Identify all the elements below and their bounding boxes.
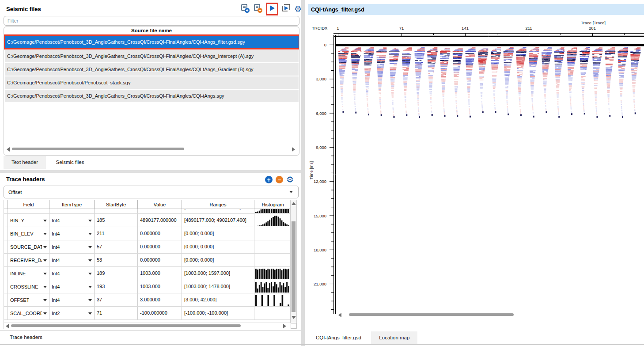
itemtype-cell[interactable]: Int4 [49, 227, 94, 240]
file-row[interactable]: C:/Geomage/Penobscot/Penobscot_3D_AngleG… [5, 36, 299, 48]
trace-headers-bottom-tab-label: Trace headers [10, 331, 42, 344]
field-cell[interactable]: BIN_Y [8, 214, 49, 227]
trace-header-row[interactable]: INLINEInt41891003.000[1003.000; 1597.000… [4, 267, 291, 280]
file-rows: C:/Geomage/Penobscot/Penobscot_3D_AngleG… [4, 36, 299, 102]
bottom-divider [0, 344, 644, 345]
column-header-ranges[interactable]: Ranges [182, 200, 254, 209]
trace-header-row[interactable]: SOURCE_DATUMInt4570.000000[0.000; 0.000] [4, 240, 291, 254]
trace-header-row[interactable]: SCAL_COORDInt271-100.000000[-100.000; -1… [4, 307, 291, 320]
file-row[interactable]: C:/Geomage/Penobscot/Penobscot_3D_AngleG… [5, 63, 299, 76]
settings-gear-icon[interactable]: ⚙ [294, 5, 302, 13]
trace-header-row[interactable]: BIN_ELEVInt42110.000000[0.000; 0.000] [4, 227, 291, 240]
tab-location-map[interactable]: Location map [371, 331, 417, 344]
file-row[interactable]: C:/Geomage/Penobscot/Penobscot_3D_AngleG… [5, 50, 299, 62]
trace-header-row[interactable]: BIN_YInt41854890177.000000[4890177.000; … [4, 214, 291, 227]
startbyte-cell: 71 [94, 307, 137, 320]
run-in-window-icon[interactable] [281, 4, 291, 15]
file-list-hscrollbar[interactable] [4, 145, 299, 153]
row-gutter [4, 267, 8, 280]
itemtype-cell[interactable]: Int2 [49, 307, 94, 320]
run-view-icon[interactable] [269, 4, 276, 14]
itemtype-cell[interactable]: Int4 [49, 214, 94, 227]
column-header-field[interactable]: Field [8, 200, 49, 209]
add-seismic-file-icon[interactable] [240, 4, 250, 15]
row-gutter [4, 240, 8, 254]
trace-header-row[interactable]: RECEIVER_DATUMInt4530.000000[0.000; 0.00… [4, 254, 291, 267]
scroll-up-icon[interactable] [292, 202, 296, 205]
column-header-itemtype[interactable]: ItemType [49, 200, 94, 209]
ranges-cell: [0.000; 0.000] [182, 254, 254, 267]
scroll-right-icon[interactable] [292, 147, 295, 152]
value-cell: 0.000000 [137, 227, 182, 240]
file-table-header: Source file name [4, 27, 299, 35]
chevron-down-icon [88, 259, 92, 262]
tab-text-header[interactable]: Text header [4, 156, 46, 169]
trace-headers-bottom-tab[interactable]: Trace headers [0, 330, 301, 345]
seismic-gather-display[interactable] [329, 31, 644, 317]
histogram-cell [254, 209, 291, 214]
field-cell[interactable]: OFFSET [8, 293, 49, 307]
field-cell[interactable]: BIN_ELEV [8, 227, 49, 240]
row-gutter [4, 209, 8, 214]
itemtype-cell[interactable]: Int4 [49, 280, 94, 293]
column-header-histogram[interactable]: Histogram [254, 200, 291, 209]
trace-table-hscrollbar[interactable] [4, 323, 291, 329]
chevron-down-icon [88, 312, 92, 315]
tab-seismic-files[interactable]: Seismic files [48, 156, 92, 169]
scroll-left-icon[interactable] [338, 313, 341, 317]
horizontal-splitter[interactable] [0, 170, 301, 173]
trace-header-row[interactable]: 181732031.100000[720722.100; 742100.000] [4, 209, 291, 214]
vertical-splitter[interactable] [301, 0, 305, 346]
chevron-down-icon [88, 286, 92, 288]
chevron-down-icon [43, 233, 47, 235]
column-header-startbyte[interactable]: StartByte [94, 200, 137, 209]
histogram-cell [254, 240, 291, 254]
trace-header-row[interactable]: CROSSLINEInt41931003.000[1003.000; 1478.… [4, 280, 291, 293]
scroll-down-icon[interactable] [292, 316, 296, 319]
add-header-icon[interactable]: + [265, 176, 273, 183]
field-cell[interactable]: CROSSLINE [8, 280, 49, 293]
scroll-left-icon[interactable] [6, 324, 9, 328]
itemtype-cell[interactable]: Int4 [49, 293, 94, 307]
view-hscrollbar[interactable] [336, 312, 644, 319]
chevron-down-icon [88, 273, 92, 275]
field-cell[interactable] [8, 209, 49, 214]
field-cell[interactable]: SCAL_COORD [8, 307, 49, 320]
trace-tick-label: 1 [337, 26, 339, 30]
histogram-cell [254, 214, 291, 227]
tab-gather-view[interactable]: CQI-tAngs_filter.gsd [308, 331, 369, 344]
histogram-cell [254, 227, 291, 240]
view-title: CQI-tAngs_filter.gsd [311, 7, 364, 13]
chevron-down-icon [88, 233, 92, 235]
trace-tick-label: 71 [399, 26, 404, 30]
trace-table-vscroll-thumb[interactable] [292, 221, 295, 312]
field-cell[interactable]: INLINE [8, 267, 49, 280]
value-cell: 0.000000 [137, 240, 182, 254]
settings-gear-icon[interactable]: ⚙ [286, 175, 294, 184]
itemtype-cell[interactable]: Int4 [49, 254, 94, 267]
remove-seismic-file-icon[interactable] [253, 4, 263, 15]
chevron-down-icon [289, 191, 293, 193]
file-list-hscroll-thumb[interactable] [12, 148, 184, 150]
file-row[interactable]: C:/Geomage/Penobscot/Penobscot_3D_AngleG… [5, 90, 299, 102]
remove-header-icon[interactable]: − [276, 176, 283, 183]
filter-input[interactable] [4, 16, 299, 26]
trace-table-hscroll-thumb[interactable] [11, 324, 241, 327]
field-cell[interactable]: RECEIVER_DATUM [8, 254, 49, 267]
value-cell: 3.000000 [137, 293, 182, 307]
itemtype-cell[interactable]: Int4 [49, 267, 94, 280]
trace-table-vscrollbar[interactable] [290, 200, 296, 323]
scroll-left-icon[interactable] [7, 147, 10, 152]
scroll-right-icon[interactable] [283, 324, 286, 328]
startbyte-cell: 53 [94, 254, 137, 267]
itemtype-cell[interactable] [49, 209, 94, 214]
column-header-value[interactable]: Value [137, 200, 182, 209]
trace-header-row[interactable]: OFFSETInt4373.000000[3.000; 42.000] [4, 293, 291, 307]
field-cell[interactable]: SOURCE_DATUM [8, 240, 49, 254]
itemtype-cell[interactable]: Int4 [49, 240, 94, 254]
trace-table-body: 181732031.100000[720722.100; 742100.000]… [4, 209, 291, 323]
file-row[interactable]: C:/Geomage/Penobscot/Penobscot/Penobscot… [5, 76, 299, 89]
trcidx-label: TRCIDX [312, 26, 327, 30]
view-hscroll-thumb[interactable] [349, 313, 514, 316]
header-select-combo[interactable]: Offset [4, 186, 299, 198]
